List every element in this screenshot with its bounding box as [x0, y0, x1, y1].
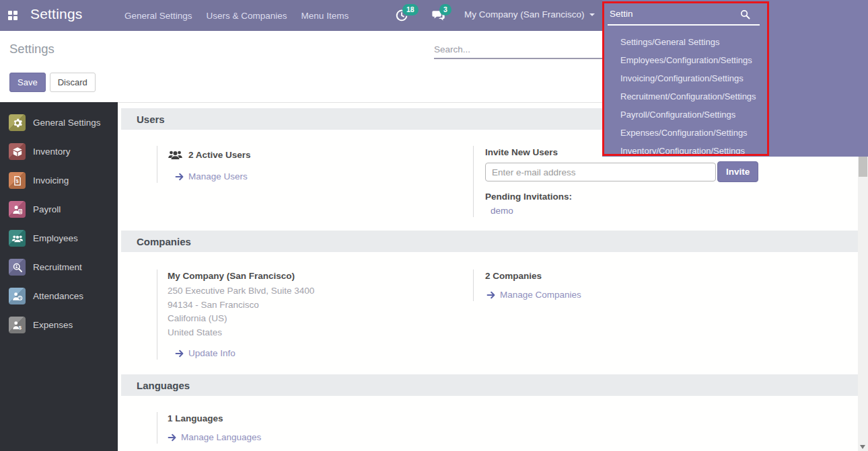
- save-button[interactable]: Save: [9, 73, 46, 92]
- app-title: Settings: [30, 6, 82, 22]
- invite-email-input[interactable]: [485, 163, 716, 181]
- languages-count: 1 Languages: [168, 413, 473, 423]
- svg-text:$: $: [15, 178, 18, 183]
- section-header-companies: Companies: [121, 231, 858, 252]
- section-languages: Languages 1 Languages Manage Languages: [118, 374, 858, 451]
- activity-badge: 18: [402, 4, 419, 15]
- record-search-input[interactable]: [434, 40, 602, 59]
- employees-group-icon: [9, 230, 26, 247]
- expenses-person-dollar-icon: $: [9, 317, 26, 333]
- search-result-item[interactable]: Employees/Configuration/Settings: [602, 51, 868, 69]
- sidebar-item-recruitment[interactable]: Recruitment: [0, 253, 118, 282]
- company-info-box: My Company (San Francisco) 250 Executive…: [157, 270, 473, 360]
- scrollbar-track[interactable]: [858, 157, 868, 451]
- messages-chat-icon[interactable]: 3: [431, 8, 446, 23]
- manage-companies-link[interactable]: Manage Companies: [485, 290, 759, 300]
- sidebar-item-payroll[interactable]: $ Payroll: [0, 195, 118, 224]
- pending-invitations-label: Pending Invitations:: [485, 192, 759, 202]
- sidebar-item-attendances[interactable]: Attendances: [0, 282, 118, 311]
- section-header-languages: Languages: [121, 374, 858, 396]
- sidebar-item-invoicing[interactable]: $ Invoicing: [0, 166, 118, 195]
- svg-text:$: $: [18, 325, 22, 331]
- manage-users-link[interactable]: Manage Users: [168, 171, 473, 181]
- payroll-person-icon: $: [9, 201, 26, 218]
- breadcrumb[interactable]: Settings: [9, 42, 55, 56]
- attendance-person-clock-icon: [9, 288, 26, 304]
- companies-count-box: 2 Companies Manage Companies: [473, 270, 759, 301]
- caret-down-icon: [589, 13, 595, 16]
- users-group-icon: [168, 147, 183, 163]
- company-name: My Company (San Francisco): [168, 271, 473, 281]
- search-result-item[interactable]: Expenses/Configuration/Settings: [602, 124, 868, 142]
- search-result-item[interactable]: Payroll/Configuration/Settings: [602, 106, 868, 124]
- nav-item-users-companies[interactable]: Users & Companies: [207, 11, 287, 21]
- apps-grid-icon[interactable]: [8, 11, 17, 20]
- search-result-item[interactable]: Settings/General Settings: [602, 33, 868, 51]
- settings-sidebar: General Settings Inventory $ Invoicing $…: [0, 102, 118, 451]
- active-users-box: 2 Active Users Manage Users: [157, 146, 473, 183]
- search-result-item[interactable]: Inventory/Configuration/Settings: [602, 142, 868, 160]
- companies-count: 2 Companies: [485, 271, 759, 281]
- nav-item-general-settings[interactable]: General Settings: [124, 11, 192, 21]
- search-result-item[interactable]: Recruitment/Configuration/Settings: [602, 87, 868, 106]
- menu-search-input[interactable]: [608, 5, 760, 26]
- company-address-line: California (US): [168, 312, 473, 326]
- svg-text:$: $: [19, 210, 21, 213]
- arrow-right-icon: [175, 172, 184, 181]
- pending-user-link[interactable]: demo: [485, 206, 759, 216]
- search-results-list: Settings/General Settings Employees/Conf…: [602, 33, 868, 160]
- search-icon[interactable]: [739, 9, 751, 20]
- company-address-line: 250 Executive Park Blvd, Suite 3400: [168, 284, 473, 298]
- navbar-menu: General Settings Users & Companies Menu …: [124, 0, 349, 31]
- sidebar-item-general-settings[interactable]: General Settings: [0, 108, 118, 137]
- search-result-item[interactable]: Invoicing/Configuration/Settings: [602, 69, 868, 87]
- arrow-right-icon: [175, 349, 184, 358]
- sidebar-item-inventory[interactable]: Inventory: [0, 137, 118, 166]
- company-switcher-label: My Company (San Francisco): [464, 9, 585, 19]
- sidebar-item-employees[interactable]: Employees: [0, 224, 118, 253]
- messages-badge: 3: [439, 4, 451, 15]
- inventory-box-icon: [9, 143, 26, 160]
- activity-clock-icon[interactable]: 18: [394, 8, 409, 23]
- company-address-line: 94134 - San Francisco: [168, 298, 473, 313]
- languages-box: 1 Languages Manage Languages: [157, 412, 473, 444]
- recruitment-magnifier-icon: [9, 259, 26, 276]
- manage-languages-link[interactable]: Manage Languages: [168, 432, 473, 442]
- section-companies: Companies My Company (San Francisco) 250…: [118, 231, 858, 368]
- invoice-document-icon: $: [9, 172, 26, 189]
- sidebar-item-expenses[interactable]: $ Expenses: [0, 311, 118, 339]
- company-address-line: United States: [168, 326, 473, 340]
- menu-search-dropdown: Settings/General Settings Employees/Conf…: [602, 0, 868, 157]
- scrollbar-down-arrow[interactable]: [860, 445, 865, 449]
- button-row: Save Discard: [9, 73, 96, 92]
- company-switcher[interactable]: My Company (San Francisco): [464, 9, 595, 19]
- discard-button[interactable]: Discard: [50, 73, 96, 92]
- arrow-right-icon: [486, 290, 496, 300]
- gear-icon: [9, 114, 26, 131]
- nav-item-menu-items[interactable]: Menu Items: [301, 11, 349, 21]
- update-info-link[interactable]: Update Info: [168, 348, 473, 358]
- invite-button[interactable]: Invite: [717, 161, 758, 182]
- arrow-right-icon: [168, 433, 177, 442]
- active-users-count: 2 Active Users: [188, 150, 251, 160]
